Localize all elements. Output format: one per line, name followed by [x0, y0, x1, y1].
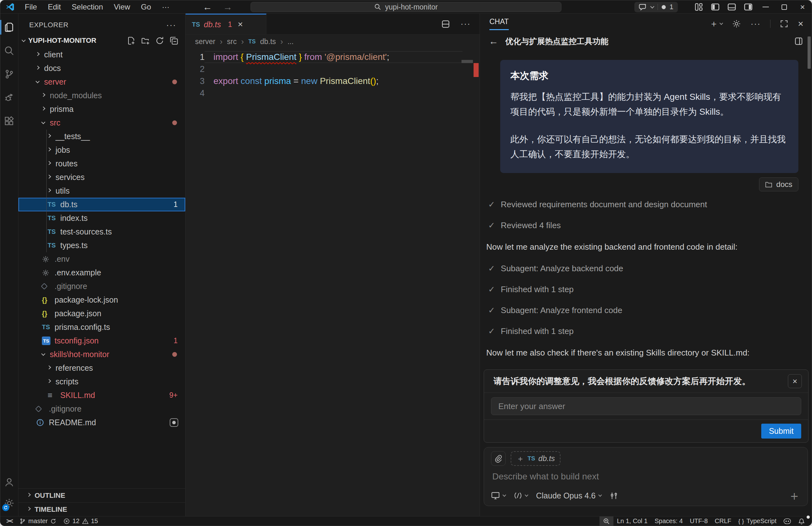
tree-item--env[interactable]: .env [18, 252, 185, 266]
composer-placeholder[interactable]: Describe what to build next [492, 471, 799, 482]
chat-composer[interactable]: ＋ TS db.ts Describe what to build next [484, 447, 808, 506]
collapse-all-icon[interactable] [170, 36, 178, 45]
tree-item-prisma[interactable]: prisma [18, 102, 185, 116]
outline-section[interactable]: OUTLINE [18, 488, 185, 502]
tree-item-readme-md[interactable]: README.md [18, 416, 185, 429]
search-command-center[interactable]: yupi-hot-monitor [250, 2, 562, 12]
code-editor[interactable]: 1import { PrismaClient } from '@prisma/c… [186, 48, 480, 516]
explorer-more-icon[interactable]: ··· [166, 20, 176, 30]
tree-item-skill-md[interactable]: ≡SKILL.md9+ [18, 389, 185, 402]
menu-selection[interactable]: Selection [66, 0, 108, 14]
menu-go[interactable]: Go [135, 0, 156, 14]
refresh-icon[interactable] [156, 36, 164, 45]
tree-item-types-ts[interactable]: TStypes.ts [18, 239, 185, 252]
chat-settings-gear-icon[interactable] [732, 19, 741, 28]
model-selector[interactable]: Claude Opus 4.6 [536, 491, 601, 500]
cursor-position[interactable]: Ln 1, Col 1 [613, 516, 651, 526]
new-folder-icon[interactable] [141, 36, 150, 45]
tree-item-index-ts[interactable]: TSindex.ts [18, 211, 185, 225]
tree-item-skills-hot-monitor[interactable]: skills\hot-monitor [18, 348, 185, 361]
activity-search-icon[interactable] [0, 39, 18, 62]
tree-item--tests-[interactable]: __tests__ [18, 130, 185, 143]
minimize-button[interactable] [756, 0, 775, 14]
tree-item-test-sources-ts[interactable]: TStest-sources.ts [18, 225, 185, 239]
editor-more-icon[interactable]: ··· [461, 19, 471, 29]
notifications-bell-icon[interactable] [795, 516, 809, 526]
toggle-sidebar-icon[interactable] [707, 0, 724, 14]
attach-paperclip-icon[interactable] [491, 451, 506, 466]
chat-step[interactable]: ✓Reviewed requirements document and desi… [488, 200, 807, 209]
tree-item-tsconfig-json[interactable]: TStsconfig.json1 [18, 334, 185, 348]
chat-more-icon[interactable]: ··· [751, 19, 760, 29]
chat-step[interactable]: ✓Reviewed 4 files [488, 221, 807, 230]
toggle-secondary-sidebar-icon[interactable] [740, 0, 756, 14]
tab-close-icon[interactable]: × [238, 19, 243, 29]
chat-scrollbar[interactable] [808, 36, 811, 69]
chat-step[interactable]: ✓Subagent: Analyze backend code [488, 264, 807, 273]
zoom-indicator-icon[interactable] [599, 516, 613, 526]
split-editor-icon[interactable] [441, 19, 450, 29]
eol[interactable]: CRLF [711, 516, 735, 526]
copilot-status-icon[interactable] [780, 516, 795, 526]
tree-item-src[interactable]: src [18, 116, 185, 130]
copilot-control[interactable]: 1 [634, 2, 678, 12]
submit-button[interactable]: Submit [761, 424, 801, 438]
activity-extensions-icon[interactable] [0, 109, 18, 133]
tree-item-services[interactable]: services [18, 170, 185, 184]
breadcrumb[interactable]: server›src›TSdb.ts›... [186, 34, 480, 48]
tree-item-server[interactable]: server [18, 75, 185, 89]
tools-icon[interactable] [610, 492, 618, 500]
settings-gear-icon[interactable] [0, 493, 18, 514]
tree-item-client[interactable]: client [18, 48, 185, 61]
indentation[interactable]: Spaces: 4 [651, 516, 686, 526]
git-branch-item[interactable]: master [16, 516, 60, 526]
customize-layout-icon[interactable] [691, 0, 707, 14]
breadcrumb--[interactable]: ... [287, 37, 293, 46]
dialog-close-icon[interactable]: × [788, 374, 802, 388]
chat-step[interactable]: ✓Subagent: Analyze frontend code [488, 305, 807, 315]
menu-view[interactable]: View [108, 0, 136, 14]
menu-edit[interactable]: Edit [43, 0, 66, 14]
remote-indicator[interactable]: >< [3, 516, 16, 526]
menu-more[interactable]: ··· [156, 0, 175, 14]
timeline-section[interactable]: TIMELINE [18, 502, 185, 516]
composer-add-icon[interactable]: ＋ [788, 489, 801, 502]
close-button[interactable]: × [793, 0, 812, 14]
activity-run-debug-icon[interactable] [0, 86, 18, 109]
chat-close-icon[interactable]: × [798, 18, 803, 29]
tree-item-utils[interactable]: utils [18, 184, 185, 198]
context-file-chip[interactable]: ＋ TS db.ts [511, 451, 561, 466]
tree-item-package-json[interactable]: {}package.json [18, 307, 185, 320]
problems-item[interactable]: 12 15 [60, 516, 102, 526]
breadcrumb-server[interactable]: server [195, 37, 215, 46]
tree-item--gitignore[interactable]: .gitignore [18, 402, 185, 416]
new-chat-button[interactable]: ＋ [709, 18, 723, 30]
tree-item-scripts[interactable]: scripts [18, 375, 185, 389]
chat-step[interactable]: ✓Finished with 1 step [488, 285, 807, 294]
tree-item-package-lock-json[interactable]: {}package-lock.json [18, 293, 185, 307]
tree-item-docs[interactable]: docs [18, 61, 185, 75]
chat-tab[interactable]: CHAT [490, 17, 509, 30]
open-in-editor-icon[interactable] [794, 36, 803, 46]
maximize-button[interactable] [775, 0, 793, 14]
accounts-icon[interactable] [0, 472, 18, 493]
project-root-row[interactable]: YUPI-HOT-MONITOR [18, 33, 185, 48]
chat-expand-icon[interactable] [780, 20, 788, 28]
mode-selector[interactable] [514, 492, 528, 500]
breadcrumb-db-ts[interactable]: db.ts [260, 37, 276, 46]
agent-mode-selector[interactable] [491, 491, 506, 500]
chat-step[interactable]: ✓Finished with 1 step [488, 326, 807, 336]
menu-file[interactable]: File [19, 0, 43, 14]
language-mode[interactable]: { }TypeScript [735, 516, 780, 526]
tree-item--env-example[interactable]: .env.example [18, 266, 185, 280]
answer-input[interactable] [491, 397, 801, 415]
toggle-panel-icon[interactable] [724, 0, 740, 14]
tree-item-routes[interactable]: routes [18, 157, 185, 170]
new-file-icon[interactable] [127, 36, 135, 45]
chat-back-icon[interactable]: ← [489, 36, 498, 47]
tab-db-ts[interactable]: TS db.ts 1 × [186, 14, 266, 34]
activity-explorer-icon[interactable] [0, 16, 18, 39]
tree-item-db-ts[interactable]: TSdb.ts1 [18, 198, 185, 211]
encoding[interactable]: UTF-8 [686, 516, 711, 526]
breadcrumb-src[interactable]: src [227, 37, 237, 46]
